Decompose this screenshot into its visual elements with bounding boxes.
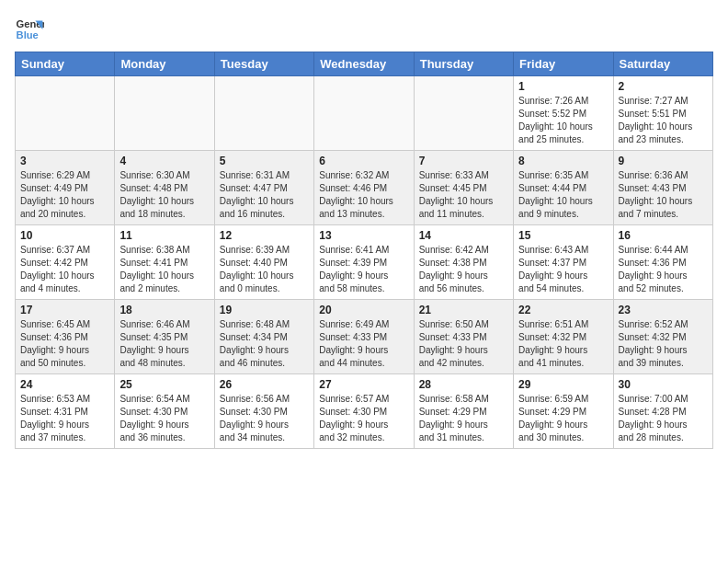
day-info: Sunrise: 6:33 AM Sunset: 4:45 PM Dayligh… <box>419 169 508 221</box>
calendar-cell: 7Sunrise: 6:33 AM Sunset: 4:45 PM Daylig… <box>414 151 513 225</box>
calendar-cell: 14Sunrise: 6:42 AM Sunset: 4:38 PM Dayli… <box>414 225 513 300</box>
day-number: 3 <box>20 155 109 167</box>
calendar-cell: 1Sunrise: 7:26 AM Sunset: 5:52 PM Daylig… <box>514 76 613 151</box>
day-info: Sunrise: 6:53 AM Sunset: 4:31 PM Dayligh… <box>20 393 109 444</box>
day-info: Sunrise: 6:46 AM Sunset: 4:35 PM Dayligh… <box>119 318 209 370</box>
day-number: 20 <box>319 304 408 316</box>
calendar-cell: 26Sunrise: 6:56 AM Sunset: 4:30 PM Dayli… <box>214 374 313 449</box>
day-info: Sunrise: 6:31 AM Sunset: 4:47 PM Dayligh… <box>220 169 309 221</box>
calendar-cell: 5Sunrise: 6:31 AM Sunset: 4:47 PM Daylig… <box>214 151 313 225</box>
calendar-cell: 2Sunrise: 7:27 AM Sunset: 5:51 PM Daylig… <box>613 76 712 151</box>
day-info: Sunrise: 6:57 AM Sunset: 4:30 PM Dayligh… <box>319 393 408 444</box>
day-number: 25 <box>119 378 209 391</box>
weekday-header-thursday: Thursday <box>414 52 513 76</box>
day-info: Sunrise: 6:36 AM Sunset: 4:43 PM Dayligh… <box>619 169 708 221</box>
day-info: Sunrise: 6:49 AM Sunset: 4:33 PM Dayligh… <box>319 318 408 370</box>
day-info: Sunrise: 6:56 AM Sunset: 4:30 PM Dayligh… <box>220 393 309 444</box>
day-info: Sunrise: 7:26 AM Sunset: 5:52 PM Dayligh… <box>518 95 608 146</box>
weekday-header-tuesday: Tuesday <box>214 52 313 76</box>
day-number: 28 <box>419 378 508 391</box>
calendar-cell <box>115 76 214 151</box>
calendar-cell: 27Sunrise: 6:57 AM Sunset: 4:30 PM Dayli… <box>314 374 414 449</box>
calendar-cell: 16Sunrise: 6:44 AM Sunset: 4:36 PM Dayli… <box>613 225 712 300</box>
calendar-cell: 6Sunrise: 6:32 AM Sunset: 4:46 PM Daylig… <box>314 151 414 225</box>
day-number: 22 <box>518 304 608 316</box>
calendar-cell: 22Sunrise: 6:51 AM Sunset: 4:32 PM Dayli… <box>514 300 613 374</box>
day-info: Sunrise: 6:50 AM Sunset: 4:33 PM Dayligh… <box>419 318 508 370</box>
day-number: 8 <box>518 155 608 167</box>
calendar-cell: 4Sunrise: 6:30 AM Sunset: 4:48 PM Daylig… <box>115 151 214 225</box>
day-info: Sunrise: 6:39 AM Sunset: 4:40 PM Dayligh… <box>220 244 309 295</box>
calendar-cell <box>16 76 115 151</box>
svg-text:Blue: Blue <box>17 29 39 40</box>
day-number: 7 <box>419 155 508 167</box>
day-number: 1 <box>518 80 608 93</box>
day-number: 17 <box>20 304 109 316</box>
week-row-4: 17Sunrise: 6:45 AM Sunset: 4:36 PM Dayli… <box>16 300 713 374</box>
day-info: Sunrise: 6:41 AM Sunset: 4:39 PM Dayligh… <box>319 244 408 295</box>
week-row-1: 1Sunrise: 7:26 AM Sunset: 5:52 PM Daylig… <box>16 76 713 151</box>
calendar-cell: 18Sunrise: 6:46 AM Sunset: 4:35 PM Dayli… <box>115 300 214 374</box>
day-number: 12 <box>220 229 309 242</box>
day-info: Sunrise: 6:54 AM Sunset: 4:30 PM Dayligh… <box>119 393 209 444</box>
day-number: 24 <box>20 378 109 391</box>
day-info: Sunrise: 6:29 AM Sunset: 4:49 PM Dayligh… <box>20 169 109 221</box>
page-header: General Blue <box>15 15 713 44</box>
weekday-header-row: SundayMondayTuesdayWednesdayThursdayFrid… <box>16 52 713 76</box>
calendar-cell: 20Sunrise: 6:49 AM Sunset: 4:33 PM Dayli… <box>314 300 414 374</box>
calendar-table: SundayMondayTuesdayWednesdayThursdayFrid… <box>15 52 713 449</box>
calendar-cell: 23Sunrise: 6:52 AM Sunset: 4:32 PM Dayli… <box>613 300 712 374</box>
day-number: 16 <box>619 229 708 242</box>
calendar-cell: 17Sunrise: 6:45 AM Sunset: 4:36 PM Dayli… <box>16 300 115 374</box>
day-number: 6 <box>319 155 408 167</box>
day-info: Sunrise: 6:45 AM Sunset: 4:36 PM Dayligh… <box>20 318 109 370</box>
day-info: Sunrise: 6:48 AM Sunset: 4:34 PM Dayligh… <box>220 318 309 370</box>
week-row-2: 3Sunrise: 6:29 AM Sunset: 4:49 PM Daylig… <box>16 151 713 225</box>
calendar-cell: 24Sunrise: 6:53 AM Sunset: 4:31 PM Dayli… <box>16 374 115 449</box>
calendar-cell: 21Sunrise: 6:50 AM Sunset: 4:33 PM Dayli… <box>414 300 513 374</box>
calendar-cell: 25Sunrise: 6:54 AM Sunset: 4:30 PM Dayli… <box>115 374 214 449</box>
weekday-header-sunday: Sunday <box>16 52 115 76</box>
day-number: 30 <box>619 378 708 391</box>
day-number: 21 <box>419 304 508 316</box>
calendar-cell <box>314 76 414 151</box>
day-info: Sunrise: 6:43 AM Sunset: 4:37 PM Dayligh… <box>518 244 608 295</box>
day-number: 29 <box>518 378 608 391</box>
day-info: Sunrise: 6:51 AM Sunset: 4:32 PM Dayligh… <box>518 318 608 370</box>
day-info: Sunrise: 6:44 AM Sunset: 4:36 PM Dayligh… <box>619 244 708 295</box>
calendar-cell: 12Sunrise: 6:39 AM Sunset: 4:40 PM Dayli… <box>214 225 313 300</box>
day-number: 9 <box>619 155 708 167</box>
calendar-cell: 29Sunrise: 6:59 AM Sunset: 4:29 PM Dayli… <box>514 374 613 449</box>
week-row-5: 24Sunrise: 6:53 AM Sunset: 4:31 PM Dayli… <box>16 374 713 449</box>
logo-icon: General Blue <box>15 15 44 44</box>
week-row-3: 10Sunrise: 6:37 AM Sunset: 4:42 PM Dayli… <box>16 225 713 300</box>
calendar-cell: 10Sunrise: 6:37 AM Sunset: 4:42 PM Dayli… <box>16 225 115 300</box>
day-number: 26 <box>220 378 309 391</box>
day-number: 11 <box>119 229 209 242</box>
day-info: Sunrise: 6:30 AM Sunset: 4:48 PM Dayligh… <box>119 169 209 221</box>
day-number: 4 <box>119 155 209 167</box>
logo: General Blue <box>15 15 44 44</box>
day-info: Sunrise: 7:00 AM Sunset: 4:28 PM Dayligh… <box>619 393 708 444</box>
day-info: Sunrise: 6:52 AM Sunset: 4:32 PM Dayligh… <box>619 318 708 370</box>
calendar-cell: 9Sunrise: 6:36 AM Sunset: 4:43 PM Daylig… <box>613 151 712 225</box>
day-info: Sunrise: 7:27 AM Sunset: 5:51 PM Dayligh… <box>619 95 708 146</box>
calendar-cell <box>414 76 513 151</box>
day-info: Sunrise: 6:59 AM Sunset: 4:29 PM Dayligh… <box>518 393 608 444</box>
day-info: Sunrise: 6:58 AM Sunset: 4:29 PM Dayligh… <box>419 393 508 444</box>
day-number: 10 <box>20 229 109 242</box>
day-info: Sunrise: 6:32 AM Sunset: 4:46 PM Dayligh… <box>319 169 408 221</box>
day-number: 19 <box>220 304 309 316</box>
day-number: 5 <box>220 155 309 167</box>
day-number: 15 <box>518 229 608 242</box>
day-number: 18 <box>119 304 209 316</box>
day-number: 2 <box>619 80 708 93</box>
calendar-cell <box>214 76 313 151</box>
calendar-cell: 28Sunrise: 6:58 AM Sunset: 4:29 PM Dayli… <box>414 374 513 449</box>
calendar-cell: 8Sunrise: 6:35 AM Sunset: 4:44 PM Daylig… <box>514 151 613 225</box>
day-number: 23 <box>619 304 708 316</box>
day-info: Sunrise: 6:42 AM Sunset: 4:38 PM Dayligh… <box>419 244 508 295</box>
day-number: 13 <box>319 229 408 242</box>
weekday-header-wednesday: Wednesday <box>314 52 414 76</box>
weekday-header-saturday: Saturday <box>613 52 712 76</box>
